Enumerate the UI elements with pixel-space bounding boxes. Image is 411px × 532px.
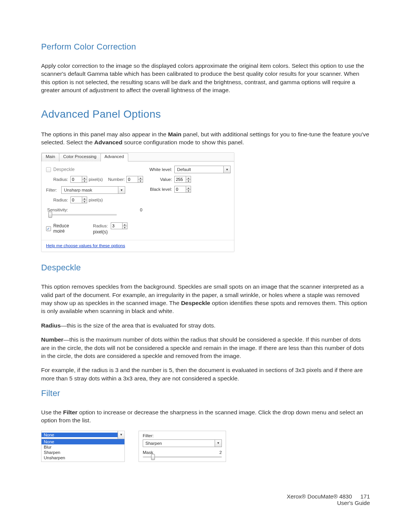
spinner-up-icon[interactable]: ▲ — [122, 222, 127, 226]
filter-none-selected: None — [41, 433, 118, 437]
spinner-down-icon[interactable]: ▼ — [186, 190, 191, 193]
paragraph-perform-color-correction: Apply color correction to the image so t… — [41, 62, 370, 94]
spinner-down-icon[interactable]: ▼ — [122, 226, 127, 230]
heading-advanced-panel-options: Advanced Panel Options — [41, 108, 370, 120]
despeckle-number-spinner[interactable]: ▲▼ — [126, 176, 143, 183]
filter-options-panel: None ▼ None Blur Sharpen Unsharpen — [41, 431, 125, 462]
filter-radius-spinner[interactable]: ▲▼ — [70, 197, 87, 203]
sensitivity-value: 0 — [140, 208, 143, 212]
spinner-down-icon[interactable]: ▼ — [138, 180, 143, 183]
paragraph-despeckle-intro: This option removes speckles from the ba… — [41, 283, 370, 315]
text: The options in this panel may also appea… — [41, 131, 168, 137]
tab-color-processing[interactable]: Color Processing — [59, 153, 101, 161]
despeckle-radius-spinner[interactable]: ▲▼ — [70, 176, 87, 183]
filter-radius-unit: pixel(s) — [87, 198, 103, 202]
moire-radius-unit: pixel(s) — [93, 229, 108, 235]
chevron-down-icon: ▼ — [118, 187, 125, 193]
text: source configuration mode to show this p… — [123, 139, 244, 145]
filter-dropdown[interactable]: Unsharp mask ▼ — [61, 186, 125, 194]
filter-settings-panel: Filter: Sharpen ▼ Mask 2 — [139, 431, 226, 462]
text-bold-number: Number — [41, 336, 64, 343]
text: —this is the maximum number of dots with… — [41, 336, 364, 359]
despeckle-number-input[interactable] — [126, 176, 138, 183]
filter-sharpen-value: Sharpen — [143, 441, 215, 446]
advanced-panel: Main Color Processing Advanced Despeckle… — [41, 152, 234, 252]
panel-tabs: Main Color Processing Advanced — [41, 153, 234, 161]
filter-none-dropdown[interactable]: None ▼ — [41, 431, 124, 439]
spinner-up-icon[interactable]: ▲ — [82, 176, 87, 180]
moire-radius-input[interactable] — [111, 222, 122, 229]
filter-dropdown-value: Unsharp mask — [62, 188, 118, 192]
chevron-down-icon: ▼ — [223, 166, 230, 173]
black-level-spinner[interactable]: ▲▼ — [174, 186, 191, 193]
despeckle-checkbox[interactable]: Despeckle — [46, 167, 75, 172]
spinner-up-icon[interactable]: ▲ — [186, 186, 191, 190]
spinner-down-icon[interactable]: ▼ — [82, 180, 87, 183]
filter-option-blur[interactable]: Blur — [41, 444, 124, 450]
spinner-down-icon[interactable]: ▼ — [82, 200, 87, 204]
text: —this is the size of the area that is ev… — [61, 322, 216, 329]
filter-options-list: None Blur Sharpen Unsharpen — [41, 439, 124, 460]
chevron-down-icon: ▼ — [215, 440, 221, 447]
paragraph-filter: Use the Filter option to increase or dec… — [41, 408, 370, 425]
black-level-input[interactable] — [174, 186, 186, 193]
mask-slider[interactable] — [143, 456, 222, 458]
footer-product: Xerox® DocuMate® 4830 — [287, 493, 352, 500]
filter-sharpen-dropdown[interactable]: Sharpen ▼ — [143, 439, 222, 447]
spinner-down-icon[interactable]: ▼ — [186, 180, 191, 183]
text-bold-filter: Filter — [63, 409, 78, 415]
black-level-label: Black level: — [148, 187, 174, 192]
value-label: Value: — [148, 177, 174, 182]
value-input[interactable] — [174, 176, 186, 183]
tab-advanced[interactable]: Advanced — [100, 153, 128, 161]
filter-option-unsharpen[interactable]: Unsharpen — [41, 455, 124, 460]
reduce-moire-label: Reduce moiré — [53, 223, 81, 234]
heading-despeckle: Despeckle — [41, 263, 370, 273]
sensitivity-slider[interactable] — [48, 214, 117, 216]
filter-label: Filter: — [46, 188, 61, 192]
heading-filter: Filter — [41, 388, 370, 398]
despeckle-radius-unit: pixel(s) — [87, 177, 103, 182]
white-level-label: White level: — [148, 167, 174, 172]
despeckle-radius-label: Radius: — [46, 177, 70, 182]
filter-label: Filter: — [143, 433, 222, 438]
text: Use the — [41, 409, 63, 415]
text-bold-advanced: Advanced — [94, 139, 123, 145]
paragraph-radius: Radius—this is the size of the area that… — [41, 321, 370, 329]
help-link[interactable]: Help me choose values for these options — [41, 240, 234, 252]
checkbox-icon — [46, 167, 51, 172]
footer-page-number: 171 — [360, 493, 370, 500]
heading-perform-color-correction: Perform Color Correction — [41, 42, 370, 52]
mask-value: 2 — [220, 450, 222, 455]
footer-guide: User's Guide — [287, 500, 370, 506]
paragraph-example: For example, if the radius is 3 and the … — [41, 366, 370, 382]
page-footer: Xerox® DocuMate® 4830 171 User's Guide — [287, 493, 370, 506]
text-bold-radius: Radius — [41, 322, 61, 329]
spinner-up-icon[interactable]: ▲ — [82, 197, 87, 200]
spinner-up-icon[interactable]: ▲ — [138, 176, 143, 180]
moire-radius-spinner[interactable]: ▲▼ — [111, 222, 127, 229]
spinner-up-icon[interactable]: ▲ — [186, 176, 191, 180]
white-level-value: Default — [175, 167, 223, 172]
moire-radius-label: Radius: — [93, 224, 108, 228]
reduce-moire-checkbox[interactable]: ✓ Reduce moiré — [46, 223, 81, 234]
checkbox-icon: ✓ — [46, 226, 51, 231]
paragraph-number: Number—this is the maximum number of dot… — [41, 335, 370, 360]
filter-option-none[interactable]: None — [41, 439, 124, 444]
chevron-down-icon: ▼ — [118, 431, 124, 439]
tab-main[interactable]: Main — [41, 153, 59, 161]
filter-option-sharpen[interactable]: Sharpen — [41, 450, 124, 455]
despeckle-number-label: Number: — [107, 177, 125, 182]
value-spinner[interactable]: ▲▼ — [174, 176, 191, 183]
filter-radius-label: Radius: — [46, 198, 70, 202]
paragraph-advanced-intro: The options in this panel may also appea… — [41, 130, 370, 147]
text-bold-main: Main — [168, 131, 181, 137]
white-level-dropdown[interactable]: Default ▼ — [174, 166, 231, 173]
despeckle-radius-input[interactable] — [70, 176, 82, 183]
filter-radius-input[interactable] — [70, 197, 82, 203]
slider-thumb-icon[interactable] — [151, 454, 155, 460]
text-bold-despeckle: Despeckle — [181, 300, 210, 306]
slider-thumb-icon[interactable] — [48, 212, 52, 218]
despeckle-label: Despeckle — [53, 167, 75, 172]
text: option to increase or decrease the sharp… — [41, 409, 363, 423]
